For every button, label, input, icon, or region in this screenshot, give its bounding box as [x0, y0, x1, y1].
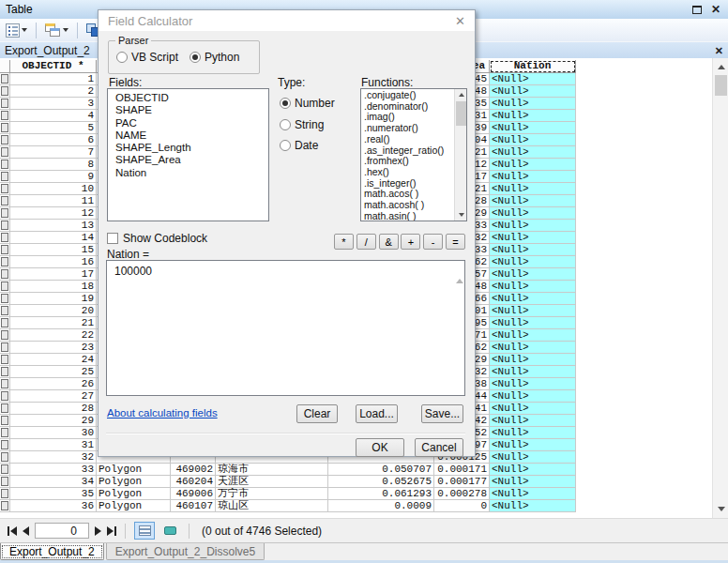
row-selector[interactable] — [0, 354, 10, 366]
show-all-records-button[interactable] — [134, 522, 155, 540]
cell-objectid[interactable]: 7 — [10, 146, 97, 159]
cell-name[interactable]: 琼海市 — [216, 464, 328, 476]
cell-objectid[interactable]: 29 — [10, 415, 97, 427]
cell-nation[interactable]: <Null> — [490, 329, 576, 342]
save-button[interactable]: Save... — [421, 404, 463, 423]
field-item[interactable]: SHAPE — [108, 104, 268, 116]
row-selector[interactable] — [0, 415, 10, 427]
row-selector[interactable] — [0, 159, 10, 171]
close-icon[interactable]: ✕ — [711, 5, 720, 14]
cell-nation[interactable]: <Null> — [490, 268, 576, 281]
next-record-button[interactable] — [95, 526, 101, 536]
cell-nation[interactable]: <Null> — [490, 159, 576, 171]
row-selector[interactable] — [0, 317, 10, 329]
cell-nation[interactable]: <Null> — [490, 451, 576, 464]
cell-area[interactable]: 0.000171 — [434, 464, 490, 476]
cell-objectid[interactable]: 32 — [10, 451, 97, 464]
row-selector[interactable] — [0, 171, 10, 183]
row-selector[interactable] — [0, 293, 10, 305]
cell-objectid[interactable]: 2 — [10, 85, 97, 98]
row-selector[interactable] — [0, 244, 10, 256]
row-selector[interactable] — [0, 305, 10, 317]
cell-pac[interactable]: 469002 — [171, 464, 216, 476]
cell-nation[interactable]: <Null> — [490, 281, 576, 293]
cell-objectid[interactable]: 3 — [10, 98, 97, 110]
cell-nation[interactable]: <Null> — [490, 134, 576, 146]
row-selector[interactable] — [0, 451, 10, 464]
type-string-radio[interactable]: String — [280, 118, 324, 131]
cell-pac[interactable]: 460107 — [171, 500, 216, 512]
type-number-radio[interactable]: Number — [280, 97, 335, 110]
field-item[interactable]: SHAPE_Length — [108, 142, 268, 154]
cell-nation[interactable]: <Null> — [490, 439, 576, 451]
cell-objectid[interactable]: 33 — [10, 464, 97, 476]
cell-name[interactable]: 万宁市 — [216, 488, 328, 500]
cell-objectid[interactable]: 16 — [10, 256, 97, 268]
scrollbar-thumb[interactable] — [715, 75, 727, 96]
cell-objectid[interactable]: 31 — [10, 439, 97, 451]
cell-objectid[interactable]: 34 — [10, 476, 97, 488]
table-options-button[interactable] — [4, 21, 29, 40]
tab-export-output-2[interactable]: Export_Output_2 — [0, 543, 104, 560]
function-item[interactable]: math.acosh( ) — [361, 200, 453, 211]
operator-divide-button[interactable]: / — [356, 234, 376, 250]
related-tables-button[interactable] — [43, 21, 70, 40]
clear-button[interactable]: Clear — [296, 404, 338, 423]
row-selector[interactable] — [0, 378, 10, 390]
cell-nation[interactable]: <Null> — [490, 195, 576, 207]
vertical-scrollbar[interactable] — [712, 58, 728, 518]
functions-scrollbar[interactable] — [454, 89, 466, 221]
cell-name[interactable]: 琼山区 — [216, 500, 328, 512]
load-button[interactable]: Load... — [356, 404, 398, 423]
cell-objectid[interactable]: 28 — [10, 403, 97, 415]
cell-nation[interactable]: <Null> — [490, 244, 576, 256]
show-selected-records-button[interactable] — [159, 522, 180, 540]
cancel-button[interactable]: Cancel — [415, 438, 463, 457]
close-table-icon[interactable]: ✕ — [715, 46, 723, 55]
operator-equals-button[interactable]: = — [446, 234, 465, 250]
cell-objectid[interactable]: 25 — [10, 366, 97, 378]
cell-area[interactable]: 0.000177 — [434, 476, 490, 488]
tab-export-output-2-dissolve5[interactable]: Export_Output_2_Dissolve5 — [106, 543, 265, 560]
cell-area[interactable]: 0.000278 — [434, 488, 490, 500]
cell-nation[interactable]: <Null> — [490, 427, 576, 439]
field-item[interactable]: PAC — [108, 117, 268, 129]
cell-objectid[interactable]: 8 — [10, 159, 97, 171]
cell-objectid[interactable]: 10 — [10, 183, 97, 195]
cell-objectid[interactable]: 22 — [10, 329, 97, 342]
cell-length[interactable]: 0.0009 — [328, 500, 434, 512]
record-number-input[interactable]: 0 — [35, 523, 89, 539]
scrollbar-thumb[interactable] — [456, 101, 466, 126]
cell-objectid[interactable]: 24 — [10, 354, 97, 366]
row-selector[interactable] — [0, 342, 10, 354]
field-item[interactable]: OBJECTID — [108, 92, 268, 104]
cell-length[interactable]: 0.050707 — [328, 464, 434, 476]
cell-shape[interactable]: Polygon — [97, 488, 171, 500]
cell-objectid[interactable]: 30 — [10, 427, 97, 439]
row-selector[interactable] — [0, 439, 10, 451]
cell-objectid[interactable]: 6 — [10, 134, 97, 146]
cell-nation[interactable]: <Null> — [490, 110, 576, 122]
functions-list[interactable]: .conjugate().denominator().imag().numera… — [360, 88, 467, 221]
cell-nation[interactable]: <Null> — [490, 98, 576, 110]
cell-objectid[interactable]: 13 — [10, 220, 97, 232]
cell-nation[interactable]: <Null> — [490, 232, 576, 244]
row-selector[interactable] — [0, 110, 10, 122]
cell-objectid[interactable]: 18 — [10, 281, 97, 293]
cell-nation[interactable]: <Null> — [490, 207, 576, 220]
cell-shape[interactable]: Polygon — [97, 464, 171, 476]
cell-objectid[interactable]: 27 — [10, 390, 97, 403]
cell-nation[interactable]: <Null> — [490, 146, 576, 159]
row-selector[interactable] — [0, 220, 10, 232]
row-selector[interactable] — [0, 476, 10, 488]
row-selector[interactable] — [0, 207, 10, 220]
cell-objectid[interactable]: 20 — [10, 305, 97, 317]
row-selector[interactable] — [0, 183, 10, 195]
operator-ampersand-button[interactable]: & — [379, 234, 399, 250]
function-item[interactable]: .real() — [361, 134, 453, 145]
cell-nation[interactable]: <Null> — [490, 293, 576, 305]
cell-nation[interactable]: <Null> — [490, 366, 576, 378]
cell-nation[interactable]: <Null> — [490, 171, 576, 183]
field-item[interactable]: SHAPE_Area — [108, 154, 268, 166]
row-selector[interactable] — [0, 73, 10, 85]
